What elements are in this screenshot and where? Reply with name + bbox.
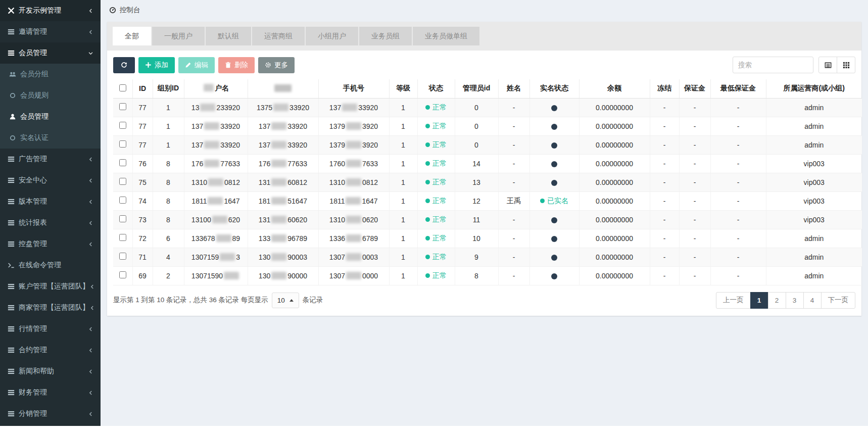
row-checkbox[interactable] (119, 159, 126, 166)
prev-page-button[interactable]: 上一页 (716, 292, 751, 309)
row-checkbox[interactable] (119, 234, 126, 241)
page-button-3[interactable]: 3 (786, 292, 804, 309)
sidebar-item-invite-management[interactable]: 邀请管理 (0, 21, 101, 42)
hidden-col-suffix: 90000 (287, 272, 307, 280)
cell-phone: 13366789 (318, 229, 389, 248)
row-checkbox[interactable] (119, 215, 126, 222)
sidebar-item-security-center[interactable]: 安全中心 (0, 170, 101, 191)
cell-phone: 13733920 (318, 98, 389, 117)
breadcrumb-label: 控制台 (120, 6, 140, 15)
table-row[interactable]: 7381310062013160620131006201正常11-0.00000… (113, 210, 862, 229)
add-button[interactable]: 添加 (138, 57, 175, 73)
sidebar-item-label: 开发示例管理 (19, 6, 61, 15)
table-row[interactable]: 7711373392013733920137939201正常0-0.000000… (113, 117, 862, 135)
columns-view-button[interactable] (837, 57, 855, 73)
cell-level: 1 (389, 135, 417, 154)
row-checkbox[interactable] (119, 140, 126, 148)
select-all-checkbox[interactable] (119, 84, 126, 91)
sidebar-item-finance-management[interactable]: 财务管理 (0, 382, 101, 403)
row-checkbox[interactable] (119, 122, 126, 129)
sidebar-item-news-help[interactable]: 新闻和帮助 (0, 361, 101, 382)
col-header-realname-status: 实名状态 (529, 79, 579, 98)
table-row[interactable]: 7711373392013733920137939201正常0-0.000000… (113, 135, 862, 154)
sidebar-submenu: 会员分组会员规则会员管理实名认证 (0, 64, 101, 149)
page-button-1[interactable]: 1 (750, 292, 768, 309)
row-checkbox[interactable] (119, 197, 126, 204)
cell-realname-status: 已实名 (529, 191, 579, 210)
cell-group-id: 1 (153, 98, 184, 117)
row-checkbox[interactable] (119, 253, 126, 260)
sidebar-item-quotes-management[interactable]: 行情管理 (0, 318, 101, 340)
group-tabs: 全部一般用户默认组运营商组小组用户业务员组业务员做单组 (107, 22, 861, 51)
table-row[interactable]: 7581310081213160812131008121正常13-0.00000… (113, 173, 862, 191)
sidebar-item-realname-auth[interactable]: 实名认证 (0, 127, 101, 149)
table-row[interactable]: 7261336788913396789133667891正常10-0.00000… (113, 229, 862, 248)
edit-button[interactable]: 编辑 (178, 57, 215, 73)
sidebar-item-online-command[interactable]: 在线命令管理 (0, 255, 101, 276)
hidden-col-suffix: 60812 (287, 178, 307, 186)
table-row[interactable]: 7481811164718151647181116471正常12王禹已实名0.0… (113, 191, 862, 210)
sidebar-item-stats-report[interactable]: 统计报表 (0, 212, 101, 233)
cell-hidden: 13160620 (248, 210, 318, 229)
page-button-4[interactable]: 4 (803, 292, 822, 309)
cell-level: 1 (389, 210, 417, 229)
chevron-left-icon (88, 157, 94, 162)
sidebar-item-ad-management[interactable]: 广告管理 (0, 149, 101, 170)
tab-team-user[interactable]: 小组用户 (306, 27, 358, 45)
tab-salesman-group[interactable]: 业务员组 (359, 27, 412, 45)
delete-button[interactable]: 删除 (218, 57, 255, 73)
sidebar-item-account-management-ops[interactable]: 账户管理【运营团队】 (0, 276, 101, 297)
cell-realname-status (529, 266, 579, 285)
cell-phone: 13793920 (318, 117, 389, 135)
cell-balance: 0.00000000 (579, 210, 650, 229)
sidebar-item-contract-management[interactable]: 合约管理 (0, 340, 101, 361)
cell-group-id: 4 (153, 248, 184, 266)
page-size-select[interactable]: 10 (272, 293, 299, 308)
row-checkbox[interactable] (119, 271, 126, 278)
table-row[interactable]: 77113233920137533920137339201正常0-0.00000… (113, 98, 862, 117)
table-row[interactable]: 6921307159013090000130700001正常8-0.000000… (113, 266, 862, 285)
cell-level: 1 (389, 154, 417, 173)
tab-operator-group[interactable]: 运营商组 (252, 27, 305, 45)
cell-realname-status (529, 135, 579, 154)
col-header-label: 手机号 (343, 84, 364, 92)
sidebar-item-member-management[interactable]: 会员管理 (0, 42, 101, 64)
sidebar-item-member-rules[interactable]: 会员规则 (0, 85, 101, 106)
table-row[interactable]: 7681767763317677633176076331正常14-0.00000… (113, 154, 862, 173)
sidebar-item-label: 会员管理 (20, 112, 49, 121)
cell-status: 正常 (417, 154, 455, 173)
detail-view-button[interactable] (818, 57, 837, 73)
pagination-info-suffix: 条记录 (303, 296, 323, 305)
row-checkbox[interactable] (119, 103, 126, 110)
page-button-2[interactable]: 2 (768, 292, 786, 309)
col-header-operator: 所属运营商(或小组) (766, 79, 862, 98)
tab-default-group[interactable]: 默认组 (206, 27, 251, 45)
tab-all[interactable]: 全部 (113, 27, 151, 45)
row-checkbox[interactable] (119, 178, 126, 185)
refresh-button[interactable] (113, 57, 135, 73)
sidebar-item-version-management[interactable]: 版本管理 (0, 191, 101, 212)
realname-dot-unverified (551, 217, 557, 223)
sidebar-item-distribution-management[interactable]: 分销管理 (0, 403, 101, 424)
sidebar-item-member-group[interactable]: 会员分组 (0, 64, 101, 85)
cell-group-id: 6 (153, 229, 184, 248)
username-suffix: 620 (228, 216, 240, 224)
username-prefix: 133678 (191, 234, 215, 243)
tab-salesman-order-group[interactable]: 业务员做单组 (413, 27, 479, 45)
col-header-status: 状态 (417, 79, 455, 98)
status-dot (425, 142, 430, 147)
next-page-button[interactable]: 下一页 (821, 292, 856, 309)
username-redacted (208, 197, 223, 205)
refresh-icon (121, 62, 127, 68)
sidebar-item-dev-demo-management[interactable]: 开发示例管理 (0, 0, 101, 21)
sidebar-item-merchant-management-ops[interactable]: 商家管理【运营团队】 (0, 297, 101, 318)
sidebar-item-member-management-sub[interactable]: 会员管理 (0, 106, 101, 127)
cell-id: 75 (132, 173, 153, 191)
sidebar-item-market-control[interactable]: 控盘管理 (0, 233, 101, 255)
more-button[interactable]: 更多 (258, 57, 295, 73)
hidden-col-redacted (273, 104, 288, 111)
search-input[interactable] (733, 57, 813, 73)
cell-hidden: 137533920 (248, 98, 318, 117)
tab-general-user[interactable]: 一般用户 (152, 27, 205, 45)
table-row[interactable]: 7141307159313090003130700031正常9-0.000000… (113, 248, 862, 266)
